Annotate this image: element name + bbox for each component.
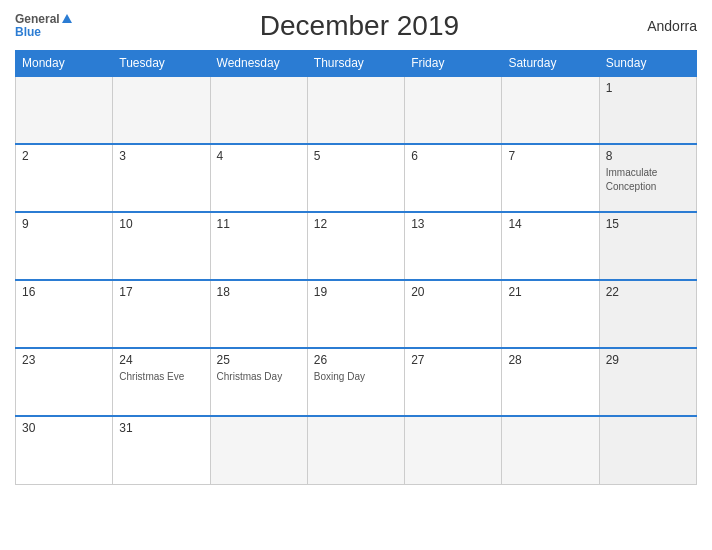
calendar-day-cell: 22: [599, 280, 696, 348]
calendar-day-cell: 20: [405, 280, 502, 348]
day-number: 27: [411, 353, 495, 367]
calendar-day-cell: [599, 416, 696, 484]
day-number: 5: [314, 149, 398, 163]
event-label: Christmas Day: [217, 371, 283, 382]
day-number: 21: [508, 285, 592, 299]
day-number: 17: [119, 285, 203, 299]
day-number: 28: [508, 353, 592, 367]
weekday-friday: Friday: [405, 51, 502, 77]
day-number: 14: [508, 217, 592, 231]
calendar-day-cell: 9: [16, 212, 113, 280]
calendar-day-cell: 21: [502, 280, 599, 348]
day-number: 1: [606, 81, 690, 95]
calendar-day-cell: 12: [307, 212, 404, 280]
weekday-monday: Monday: [16, 51, 113, 77]
calendar-day-cell: 11: [210, 212, 307, 280]
calendar-day-cell: 4: [210, 144, 307, 212]
weekday-tuesday: Tuesday: [113, 51, 210, 77]
calendar-day-cell: 16: [16, 280, 113, 348]
day-number: 22: [606, 285, 690, 299]
calendar-day-cell: 24Christmas Eve: [113, 348, 210, 416]
day-number: 31: [119, 421, 203, 435]
day-number: 13: [411, 217, 495, 231]
calendar-day-cell: [113, 76, 210, 144]
day-number: 19: [314, 285, 398, 299]
calendar-day-cell: [405, 416, 502, 484]
calendar-day-cell: 23: [16, 348, 113, 416]
calendar-week-row: 9101112131415: [16, 212, 697, 280]
event-label: Christmas Eve: [119, 371, 184, 382]
calendar-body: 12345678Immaculate Conception91011121314…: [16, 76, 697, 484]
calendar-day-cell: [210, 76, 307, 144]
calendar-day-cell: 29: [599, 348, 696, 416]
calendar-day-cell: [502, 416, 599, 484]
day-number: 8: [606, 149, 690, 163]
day-number: 6: [411, 149, 495, 163]
calendar-day-cell: 19: [307, 280, 404, 348]
event-label: Immaculate Conception: [606, 167, 658, 192]
calendar-day-cell: [307, 416, 404, 484]
calendar-day-cell: [502, 76, 599, 144]
day-number: 18: [217, 285, 301, 299]
header: GeneralBlueDecember 2019Andorra: [15, 10, 697, 42]
calendar-week-row: 16171819202122: [16, 280, 697, 348]
weekday-wednesday: Wednesday: [210, 51, 307, 77]
calendar-day-cell: 10: [113, 212, 210, 280]
calendar-day-cell: 3: [113, 144, 210, 212]
day-number: 29: [606, 353, 690, 367]
calendar-day-cell: [307, 76, 404, 144]
calendar-day-cell: 18: [210, 280, 307, 348]
calendar-table: MondayTuesdayWednesdayThursdayFridaySatu…: [15, 50, 697, 485]
logo-triangle-icon: [62, 14, 72, 23]
day-number: 9: [22, 217, 106, 231]
weekday-thursday: Thursday: [307, 51, 404, 77]
event-label: Boxing Day: [314, 371, 365, 382]
day-number: 15: [606, 217, 690, 231]
day-number: 23: [22, 353, 106, 367]
day-number: 7: [508, 149, 592, 163]
calendar-day-cell: 17: [113, 280, 210, 348]
calendar-day-cell: 26Boxing Day: [307, 348, 404, 416]
day-number: 24: [119, 353, 203, 367]
calendar-day-cell: 1: [599, 76, 696, 144]
calendar-day-cell: 7: [502, 144, 599, 212]
day-number: 16: [22, 285, 106, 299]
logo-blue-text: Blue: [15, 26, 41, 39]
calendar-day-cell: 14: [502, 212, 599, 280]
calendar-day-cell: [210, 416, 307, 484]
day-number: 25: [217, 353, 301, 367]
calendar-day-cell: 28: [502, 348, 599, 416]
calendar-week-row: 2345678Immaculate Conception: [16, 144, 697, 212]
calendar-day-cell: 8Immaculate Conception: [599, 144, 696, 212]
calendar-day-cell: 15: [599, 212, 696, 280]
calendar-day-cell: 2: [16, 144, 113, 212]
day-number: 30: [22, 421, 106, 435]
calendar-header: MondayTuesdayWednesdayThursdayFridaySatu…: [16, 51, 697, 77]
day-number: 4: [217, 149, 301, 163]
region-label: Andorra: [647, 18, 697, 34]
calendar-day-cell: 25Christmas Day: [210, 348, 307, 416]
calendar-day-cell: 6: [405, 144, 502, 212]
day-number: 20: [411, 285, 495, 299]
day-number: 3: [119, 149, 203, 163]
calendar-day-cell: 27: [405, 348, 502, 416]
calendar-day-cell: [405, 76, 502, 144]
logo: GeneralBlue: [15, 13, 72, 39]
weekday-sunday: Sunday: [599, 51, 696, 77]
weekday-saturday: Saturday: [502, 51, 599, 77]
calendar-day-cell: [16, 76, 113, 144]
day-number: 2: [22, 149, 106, 163]
day-number: 12: [314, 217, 398, 231]
calendar-day-cell: 31: [113, 416, 210, 484]
calendar-day-cell: 13: [405, 212, 502, 280]
calendar-week-row: 3031: [16, 416, 697, 484]
calendar-day-cell: 30: [16, 416, 113, 484]
day-number: 11: [217, 217, 301, 231]
calendar-week-row: 1: [16, 76, 697, 144]
calendar-week-row: 2324Christmas Eve25Christmas Day26Boxing…: [16, 348, 697, 416]
calendar-title: December 2019: [260, 10, 459, 42]
calendar-day-cell: 5: [307, 144, 404, 212]
day-number: 26: [314, 353, 398, 367]
weekday-row: MondayTuesdayWednesdayThursdayFridaySatu…: [16, 51, 697, 77]
page: GeneralBlueDecember 2019Andorra MondayTu…: [0, 0, 712, 550]
